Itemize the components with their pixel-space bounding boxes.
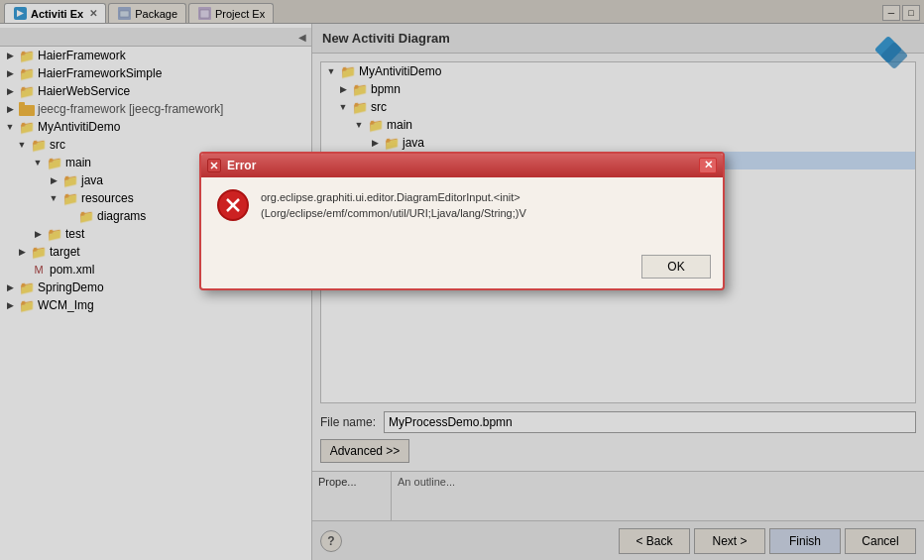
error-icon-large	[217, 189, 249, 221]
dialog-titlebar: Error ✕	[201, 154, 723, 177]
dialog-close-icon: ✕	[704, 159, 713, 171]
error-message-content: org.eclipse.graphiti.ui.editor.DiagramEd…	[261, 191, 526, 220]
error-message-text: org.eclipse.graphiti.ui.editor.DiagramEd…	[261, 189, 707, 222]
dialog-overlay: Error ✕ org.eclipse.graphiti.ui.editor.D…	[0, 0, 924, 560]
dialog-title-icon	[207, 159, 221, 172]
dialog-title-section: Error	[207, 159, 256, 172]
dialog-title-text: Error	[227, 159, 256, 172]
dialog-close-button[interactable]: ✕	[699, 158, 717, 173]
dialog-footer: OK	[201, 249, 723, 288]
error-dialog: Error ✕ org.eclipse.graphiti.ui.editor.D…	[199, 152, 725, 290]
ok-label: OK	[667, 260, 684, 274]
ok-button[interactable]: OK	[641, 255, 711, 279]
dialog-body: org.eclipse.graphiti.ui.editor.DiagramEd…	[201, 177, 723, 249]
